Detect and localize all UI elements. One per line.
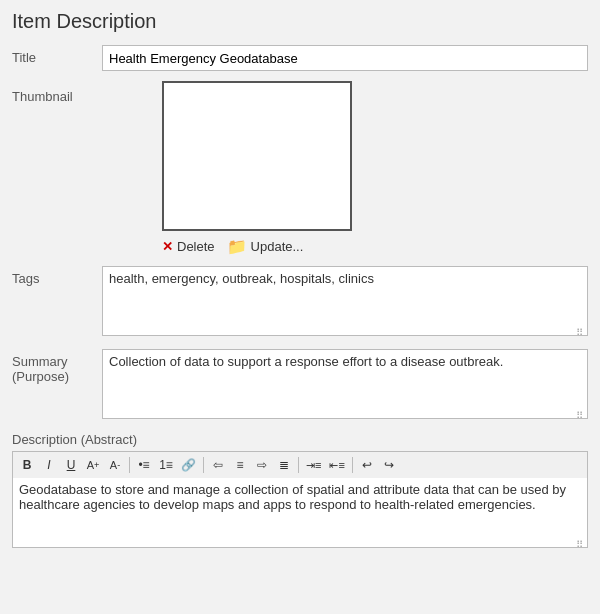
tags-resize-handle: ⠿: [576, 327, 586, 337]
thumbnail-row: Thumbnail ✕ Delete 📁 Update...: [12, 81, 588, 256]
summary-label: Summary (Purpose): [12, 349, 102, 384]
summary-wrap: Collection of data to support a response…: [102, 349, 588, 422]
title-input-wrap: [102, 45, 588, 71]
title-input[interactable]: [102, 45, 588, 71]
description-textarea-wrap: Geodatabase to store and manage a collec…: [12, 478, 588, 551]
toolbar-link[interactable]: 🔗: [178, 455, 199, 475]
description-section: Description (Abstract) B I U A+ A- •≡ 1≡…: [12, 432, 588, 551]
summary-input[interactable]: Collection of data to support a response…: [102, 349, 588, 419]
summary-textarea-wrap: Collection of data to support a response…: [102, 349, 588, 422]
tags-label: Tags: [12, 266, 102, 286]
toolbar-sep-4: [352, 457, 353, 473]
thumbnail-label: Thumbnail: [12, 81, 102, 104]
description-input[interactable]: Geodatabase to store and manage a collec…: [12, 478, 588, 548]
toolbar-align-center[interactable]: ≡: [230, 455, 250, 475]
title-label: Title: [12, 45, 102, 65]
delete-icon: ✕: [162, 239, 173, 254]
toolbar-sep-3: [298, 457, 299, 473]
toolbar-italic[interactable]: I: [39, 455, 59, 475]
toolbar-redo[interactable]: ↪: [379, 455, 399, 475]
toolbar-underline[interactable]: U: [61, 455, 81, 475]
description-label: Description (Abstract): [12, 432, 588, 447]
toolbar-sep-1: [129, 457, 130, 473]
tags-input[interactable]: health, emergency, outbreak, hospitals, …: [102, 266, 588, 336]
toolbar-align-justify[interactable]: ≣: [274, 455, 294, 475]
title-row: Title: [12, 45, 588, 71]
toolbar-align-right[interactable]: ⇨: [252, 455, 272, 475]
item-description-panel: Item Description Title Thumbnail ✕ Delet…: [0, 0, 600, 565]
update-label: Update...: [251, 239, 304, 254]
thumbnail-content: ✕ Delete 📁 Update...: [102, 81, 352, 256]
toolbar-undo[interactable]: ↩: [357, 455, 377, 475]
summary-row: Summary (Purpose) Collection of data to …: [12, 349, 588, 422]
tags-wrap: health, emergency, outbreak, hospitals, …: [102, 266, 588, 339]
toolbar-ordered-list[interactable]: 1≡: [156, 455, 176, 475]
toolbar-indent-increase[interactable]: ⇥≡: [303, 455, 324, 475]
tags-textarea-wrap: health, emergency, outbreak, hospitals, …: [102, 266, 588, 339]
toolbar-unordered-list[interactable]: •≡: [134, 455, 154, 475]
delete-button[interactable]: ✕ Delete: [162, 239, 215, 254]
folder-icon: 📁: [227, 237, 247, 256]
description-toolbar: B I U A+ A- •≡ 1≡ 🔗 ⇦ ≡ ⇨ ≣ ⇥≡ ⇤≡ ↩ ↪: [12, 451, 588, 478]
toolbar-font-decrease[interactable]: A-: [105, 455, 125, 475]
delete-label: Delete: [177, 239, 215, 254]
thumbnail-actions: ✕ Delete 📁 Update...: [162, 237, 303, 256]
update-button[interactable]: 📁 Update...: [227, 237, 304, 256]
tags-row: Tags health, emergency, outbreak, hospit…: [12, 266, 588, 339]
description-resize-handle: ⠿: [576, 539, 586, 549]
toolbar-font-increase[interactable]: A+: [83, 455, 103, 475]
thumbnail-preview: [162, 81, 352, 231]
toolbar-indent-decrease[interactable]: ⇤≡: [326, 455, 347, 475]
summary-resize-handle: ⠿: [576, 410, 586, 420]
page-title: Item Description: [12, 10, 588, 33]
toolbar-bold[interactable]: B: [17, 455, 37, 475]
toolbar-align-left[interactable]: ⇦: [208, 455, 228, 475]
toolbar-sep-2: [203, 457, 204, 473]
